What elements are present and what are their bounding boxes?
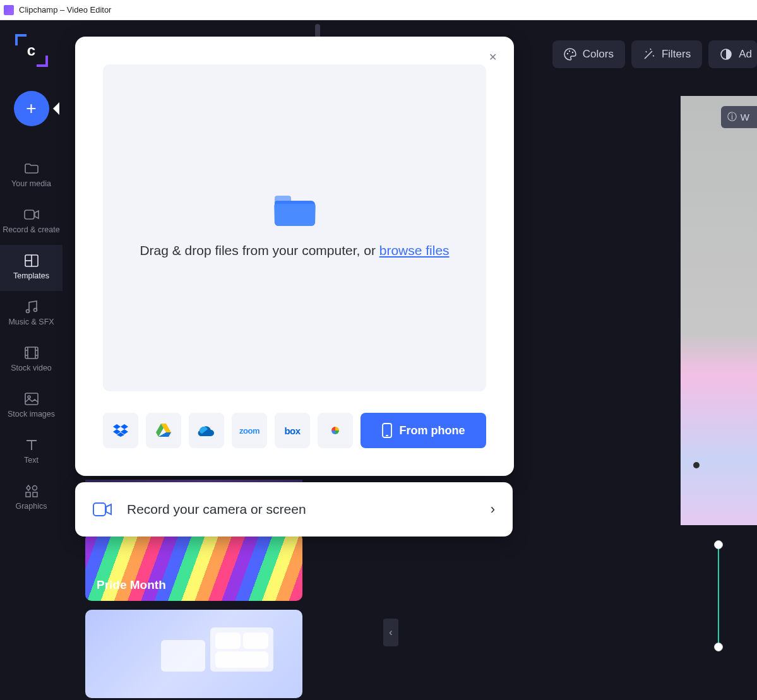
timeline-handle-bottom[interactable] <box>714 643 723 651</box>
sidebar: c + Your media Record & create Templates <box>0 20 63 700</box>
window-titlebar: Clipchamp – Video Editor <box>0 0 757 20</box>
sidebar-item-graphics[interactable]: Graphics <box>0 475 63 521</box>
app-root: c + Your media Record & create Templates <box>0 20 757 700</box>
toolbar-label: Ad <box>739 48 752 61</box>
window-title: Clipchamp – Video Editor <box>19 5 111 15</box>
preview-badge-text: W <box>741 112 749 122</box>
top-toolbar: Colors Filters Ad <box>552 40 757 68</box>
record-camera-screen-button[interactable]: Record your camera or screen › <box>75 482 513 537</box>
sidebar-item-label: Stock images <box>8 410 55 419</box>
graphics-icon <box>24 484 39 498</box>
svg-rect-6 <box>25 347 38 359</box>
svg-point-19 <box>572 52 573 53</box>
svg-point-17 <box>567 53 568 54</box>
camera-icon <box>24 208 39 222</box>
video-preview[interactable]: ⓘ W <box>681 96 757 525</box>
chevron-left-icon: ‹ <box>389 627 392 638</box>
camera-outline-icon <box>93 502 112 516</box>
logo[interactable]: c <box>15 34 48 67</box>
timeline-playhead[interactable] <box>718 544 719 651</box>
zoom-icon: zoom <box>239 426 259 436</box>
text-icon <box>24 438 39 452</box>
templates-icon <box>24 254 39 268</box>
sidebar-item-label: Templates <box>13 271 49 281</box>
plus-icon: + <box>26 98 36 119</box>
chevron-right-icon: › <box>491 501 495 518</box>
contrast-icon <box>720 48 732 61</box>
sidebar-item-label: Graphics <box>15 502 47 511</box>
dropbox-icon <box>113 424 128 437</box>
adjust-button[interactable]: Ad <box>708 40 757 68</box>
sidebar-item-label: Text <box>24 456 39 465</box>
template-illustration <box>161 621 281 698</box>
folder-open-icon <box>275 196 315 226</box>
image-icon <box>24 392 39 406</box>
template-card-pride-month[interactable]: Pride Month <box>85 533 302 601</box>
from-phone-label: From phone <box>400 424 465 437</box>
source-onedrive-button[interactable] <box>189 413 224 448</box>
svg-point-18 <box>569 50 570 52</box>
template-card-windows[interactable] <box>85 610 302 698</box>
svg-point-14 <box>28 396 30 398</box>
sidebar-item-label: Your media <box>11 179 51 189</box>
source-google-drive-button[interactable] <box>146 413 181 448</box>
music-icon <box>24 300 39 314</box>
sidebar-item-your-media[interactable]: Your media <box>0 153 63 199</box>
wand-icon <box>643 48 655 61</box>
sidebar-item-label: Music & SFX <box>8 317 54 327</box>
svg-point-15 <box>32 486 37 490</box>
box-icon: box <box>284 425 300 436</box>
app-icon <box>4 5 14 15</box>
film-icon <box>24 346 39 360</box>
sidebar-item-stock-images[interactable]: Stock images <box>0 383 63 429</box>
source-box-button[interactable]: box <box>275 413 310 448</box>
sidebar-item-record-create[interactable]: Record & create <box>0 199 63 245</box>
phone-icon <box>382 423 392 438</box>
colors-button[interactable]: Colors <box>552 40 625 68</box>
svg-rect-0 <box>25 210 34 219</box>
file-drop-zone[interactable]: Drag & drop files from your computer, or… <box>103 64 486 391</box>
toolbar-label: Colors <box>583 48 614 61</box>
from-phone-button[interactable]: From phone <box>361 413 486 448</box>
filters-button[interactable]: Filters <box>631 40 702 68</box>
google-photos-icon <box>328 423 343 438</box>
drop-zone-text: Drag & drop files from your computer, or… <box>140 241 449 259</box>
palette-icon <box>564 48 576 61</box>
svg-rect-13 <box>25 393 38 405</box>
modal-close-button[interactable]: ✕ <box>486 50 499 63</box>
import-media-modal: ✕ Drag & drop files from your computer, … <box>75 37 514 476</box>
sidebar-item-label: Stock video <box>11 364 52 373</box>
close-icon: ✕ <box>489 51 497 63</box>
preview-blemish <box>693 462 700 468</box>
sidebar-item-stock-video[interactable]: Stock video <box>0 337 63 383</box>
onedrive-icon <box>198 425 215 436</box>
sidebar-item-music-sfx[interactable]: Music & SFX <box>0 291 63 337</box>
svg-rect-23 <box>93 503 105 516</box>
import-sources-row: zoom box From phone <box>103 413 486 448</box>
add-media-button[interactable]: + <box>14 91 49 126</box>
sidebar-item-label: Record & create <box>3 225 59 235</box>
source-zoom-button[interactable]: zoom <box>232 413 267 448</box>
record-bar-text: Record your camera or screen <box>127 502 475 517</box>
timeline-handle-top[interactable] <box>714 540 723 549</box>
sidebar-item-text[interactable]: Text <box>0 429 63 475</box>
source-dropbox-button[interactable] <box>103 413 138 448</box>
main-area: ‹ Colors Filters Ad <box>63 20 757 700</box>
svg-point-4 <box>26 310 29 313</box>
toolbar-label: Filters <box>662 48 691 61</box>
source-google-photos-button[interactable] <box>318 413 353 448</box>
svg-rect-16 <box>26 492 30 497</box>
panel-collapse-button[interactable]: ‹ <box>383 619 398 646</box>
browse-files-link[interactable]: browse files <box>379 243 450 258</box>
template-card-title: Pride Month <box>97 578 166 592</box>
google-drive-icon <box>156 424 171 437</box>
info-icon: ⓘ <box>727 111 737 123</box>
svg-point-5 <box>33 309 37 312</box>
folder-icon <box>24 162 39 175</box>
sidebar-item-templates[interactable]: Templates <box>0 245 63 291</box>
preview-info-badge[interactable]: ⓘ W <box>721 106 757 128</box>
